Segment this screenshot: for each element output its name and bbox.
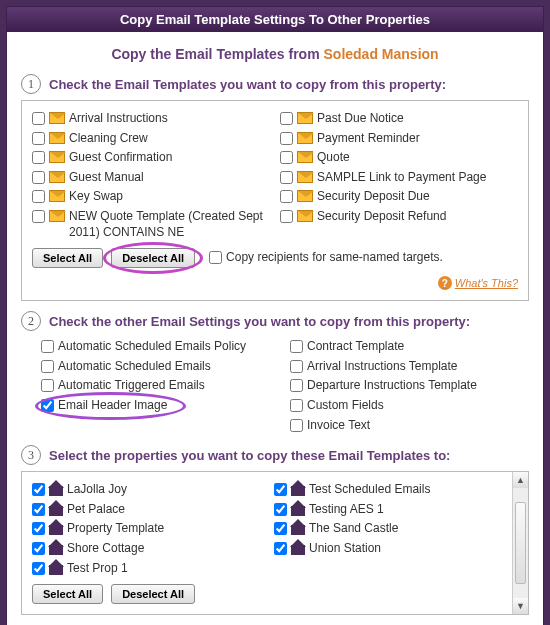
house-icon (49, 541, 63, 555)
step1-deselect-all-button[interactable]: Deselect All (111, 248, 195, 268)
scroll-down-arrow-icon[interactable]: ▼ (513, 598, 528, 614)
template-checkbox[interactable] (280, 112, 293, 125)
template-label: Guest Manual (69, 170, 144, 186)
envelope-icon (297, 171, 313, 183)
setting-label: Departure Instructions Template (307, 378, 477, 394)
copy-templates-dialog: Copy Email Template Settings To Other Pr… (6, 6, 544, 625)
house-icon (49, 502, 63, 516)
template-label: Quote (317, 150, 350, 166)
whats-this-link[interactable]: ? What's This? (438, 276, 518, 290)
step3-label: Select the properties you want to copy t… (49, 448, 450, 463)
property-checkbox[interactable] (32, 542, 45, 555)
house-icon (291, 482, 305, 496)
subtitle-prefix: Copy the Email Templates from (111, 46, 323, 62)
question-icon: ? (438, 276, 452, 290)
template-checkbox[interactable] (32, 190, 45, 203)
setting-label: Arrival Instructions Template (307, 359, 458, 375)
setting-checkbox[interactable] (41, 340, 54, 353)
property-label: Test Prop 1 (67, 561, 128, 577)
template-checkbox[interactable] (280, 151, 293, 164)
property-checkbox[interactable] (274, 522, 287, 535)
setting-checkbox[interactable] (290, 419, 303, 432)
template-label: Arrival Instructions (69, 111, 168, 127)
property-label: Pet Palace (67, 502, 125, 518)
template-checkbox[interactable] (32, 112, 45, 125)
properties-scrollbar[interactable]: ▲ ▼ (512, 472, 528, 614)
setting-label: Email Header Image (58, 398, 167, 414)
property-label: Shore Cottage (67, 541, 144, 557)
property-checkbox[interactable] (274, 542, 287, 555)
envelope-icon (297, 132, 313, 144)
scroll-thumb[interactable] (515, 502, 526, 584)
step2-header: 2 Check the other Email Settings you wan… (21, 311, 529, 331)
step3-header: 3 Select the properties you want to copy… (21, 445, 529, 465)
template-checkbox[interactable] (280, 171, 293, 184)
step-number-3: 3 (21, 445, 41, 465)
template-checkbox[interactable] (32, 151, 45, 164)
template-checkbox[interactable] (32, 132, 45, 145)
source-property-name: Soledad Mansion (324, 46, 439, 62)
property-checkbox[interactable] (32, 562, 45, 575)
house-icon (291, 521, 305, 535)
template-checkbox[interactable] (280, 190, 293, 203)
property-label: LaJolla Joy (67, 482, 127, 498)
property-checkbox[interactable] (274, 483, 287, 496)
step3-deselect-all-button[interactable]: Deselect All (111, 584, 195, 604)
template-checkbox[interactable] (280, 132, 293, 145)
copy-recipients-checkbox[interactable] (209, 251, 222, 264)
envelope-icon (49, 112, 65, 124)
dialog-title: Copy Email Template Settings To Other Pr… (7, 7, 543, 32)
setting-label: Contract Template (307, 339, 404, 355)
template-checkbox[interactable] (32, 171, 45, 184)
property-checkbox[interactable] (32, 503, 45, 516)
setting-checkbox-email-header-image[interactable] (41, 399, 54, 412)
house-icon (291, 541, 305, 555)
property-checkbox[interactable] (32, 483, 45, 496)
setting-checkbox[interactable] (290, 399, 303, 412)
setting-label: Automatic Scheduled Emails (58, 359, 211, 375)
copy-recipients-label: Copy recipients for same-named targets. (226, 250, 443, 266)
copy-recipients-option[interactable]: Copy recipients for same-named targets. (209, 248, 443, 268)
property-checkbox[interactable] (274, 503, 287, 516)
step1-select-all-button[interactable]: Select All (32, 248, 103, 268)
house-icon (49, 482, 63, 496)
template-label: Cleaning Crew (69, 131, 148, 147)
highlight-deselect-annotation: Deselect All (111, 248, 195, 268)
setting-checkbox[interactable] (41, 360, 54, 373)
envelope-icon (297, 112, 313, 124)
setting-checkbox[interactable] (290, 379, 303, 392)
scroll-up-arrow-icon[interactable]: ▲ (513, 472, 528, 488)
step1-label: Check the Email Templates you want to co… (49, 77, 446, 92)
house-icon (49, 521, 63, 535)
setting-checkbox[interactable] (290, 340, 303, 353)
envelope-icon (49, 171, 65, 183)
template-label: Security Deposit Due (317, 189, 430, 205)
property-label: Testing AES 1 (309, 502, 384, 518)
template-label: Key Swap (69, 189, 123, 205)
house-icon (49, 561, 63, 575)
envelope-icon (297, 210, 313, 222)
envelope-icon (297, 151, 313, 163)
template-checkbox[interactable] (280, 210, 293, 223)
template-label: Past Due Notice (317, 111, 404, 127)
dialog-content: Copy the Email Templates from Soledad Ma… (7, 32, 543, 625)
subtitle: Copy the Email Templates from Soledad Ma… (21, 46, 529, 62)
property-label: Test Scheduled Emails (309, 482, 430, 498)
step-number-2: 2 (21, 311, 41, 331)
envelope-icon (49, 151, 65, 163)
envelope-icon (49, 132, 65, 144)
step3-select-all-button[interactable]: Select All (32, 584, 103, 604)
property-checkbox[interactable] (32, 522, 45, 535)
step-number-1: 1 (21, 74, 41, 94)
whats-this-text: What's This? (455, 277, 518, 289)
step3-panel: LaJolla Joy Pet Palace Property Template… (21, 471, 529, 615)
step2-label: Check the other Email Settings you want … (49, 314, 470, 329)
step1-panel: Arrival Instructions Cleaning Crew Guest… (21, 100, 529, 301)
property-label: Property Template (67, 521, 164, 537)
setting-checkbox[interactable] (290, 360, 303, 373)
envelope-icon (297, 190, 313, 202)
setting-checkbox[interactable] (41, 379, 54, 392)
setting-label: Automatic Scheduled Emails Policy (58, 339, 246, 355)
template-checkbox[interactable] (32, 210, 45, 223)
template-label: Payment Reminder (317, 131, 420, 147)
